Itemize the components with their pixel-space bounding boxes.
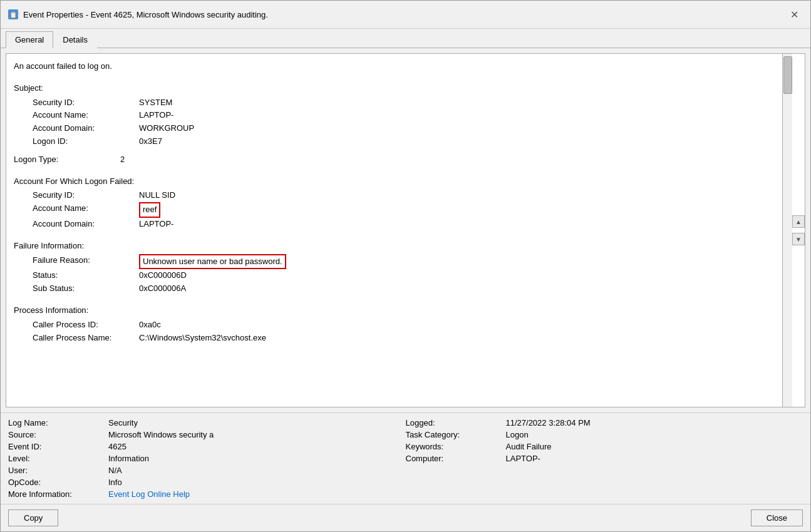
failure-substatus-value: 0xC000006A xyxy=(139,282,186,295)
failure-status-value: 0xC000006D xyxy=(139,269,187,282)
subject-account-domain-value: WORKGROUP xyxy=(139,122,194,135)
failed-security-id-label: Security ID: xyxy=(33,189,139,202)
event-log-online-help-link[interactable]: Event Log Online Help xyxy=(108,489,406,499)
caller-pid-label: Caller Process ID: xyxy=(33,319,139,332)
dialog-window: 📋 Event Properties - Event 4625, Microso… xyxy=(0,0,811,532)
computer-value: LAPTOP- xyxy=(506,454,803,463)
subject-label: Subject: xyxy=(14,82,775,95)
subject-security-id-label: Security ID: xyxy=(33,96,139,110)
tab-details[interactable]: Details xyxy=(53,31,97,48)
failure-status-row: Status: 0xC000006D xyxy=(33,269,775,282)
more-info-label: More Information: xyxy=(8,489,108,499)
failure-status-label: Status: xyxy=(33,269,139,282)
level-value: Information xyxy=(108,454,406,463)
tabs-bar: General Details xyxy=(1,29,810,48)
log-name-value: Security xyxy=(108,418,406,427)
subject-account-name-value: LAPTOP- xyxy=(139,109,173,122)
event-detail-box: An account failed to log on. Subject: Se… xyxy=(6,53,805,407)
failed-account-domain-label: Account Domain: xyxy=(33,218,139,231)
computer-label: Computer: xyxy=(406,454,506,463)
level-label: Level: xyxy=(8,454,108,463)
user-value: N/A xyxy=(108,466,406,475)
task-category-value: Logon xyxy=(506,430,803,439)
copy-button[interactable]: Copy xyxy=(8,509,58,526)
failure-substatus-row: Sub Status: 0xC000006A xyxy=(33,282,775,295)
user-label: User: xyxy=(8,466,108,475)
failure-reason-label: Failure Reason: xyxy=(33,254,139,270)
footer: Copy Close xyxy=(1,504,810,531)
process-info-label: Process Information: xyxy=(14,304,775,317)
failure-reason-row: Failure Reason: Unknown user name or bad… xyxy=(33,254,775,270)
nav-down-arrow[interactable]: ▼ xyxy=(792,233,805,245)
source-value: Microsoft Windows security a xyxy=(108,430,406,439)
caller-name-value: C:\Windows\System32\svchost.exe xyxy=(139,332,266,345)
close-window-button[interactable]: ✕ xyxy=(785,6,803,23)
window-title: Event Properties - Event 4625, Microsoft… xyxy=(23,10,268,19)
logon-type-row: Logon Type: 2 xyxy=(14,153,775,166)
subject-account-name-label: Account Name: xyxy=(33,109,139,122)
caller-name-label: Caller Process Name: xyxy=(33,332,139,345)
caller-pid-row: Caller Process ID: 0xa0c xyxy=(33,319,775,332)
subject-security-id-row: Security ID: SYSTEM xyxy=(33,96,775,110)
failure-substatus-label: Sub Status: xyxy=(33,282,139,295)
opcode-value: Info xyxy=(108,478,406,487)
failed-account-name-row: Account Name: reef xyxy=(33,202,775,218)
log-name-label: Log Name: xyxy=(8,418,108,427)
account-failed-label: Account For Which Logon Failed: xyxy=(14,175,775,188)
subject-logon-id-label: Logon ID: xyxy=(33,135,139,148)
tab-general[interactable]: General xyxy=(6,31,53,48)
logged-label: Logged: xyxy=(406,418,506,427)
subject-account-name-row: Account Name: LAPTOP- xyxy=(33,109,775,122)
failure-reason-value: Unknown user name or bad password. xyxy=(139,254,286,270)
caller-name-row: Caller Process Name: C:\Windows\System32… xyxy=(33,332,775,345)
caller-pid-value: 0xa0c xyxy=(139,319,161,332)
logon-type-label: Logon Type: xyxy=(14,153,120,166)
failed-security-id-row: Security ID: NULL SID xyxy=(33,189,775,202)
subject-logon-id-value: 0x3E7 xyxy=(139,135,162,148)
subject-account-domain-label: Account Domain: xyxy=(33,122,139,135)
event-id-label: Event ID: xyxy=(8,442,108,451)
event-id-value: 4625 xyxy=(108,442,406,451)
title-bar: 📋 Event Properties - Event 4625, Microso… xyxy=(1,1,810,29)
nav-up-arrow[interactable]: ▲ xyxy=(792,215,805,228)
nav-arrows: ▲ ▼ xyxy=(792,54,805,407)
content-area: An account failed to log on. Subject: Se… xyxy=(1,48,810,412)
failed-account-domain-row: Account Domain: LAPTOP- xyxy=(33,218,775,231)
scroll-thumb[interactable] xyxy=(783,56,792,94)
event-text-content: An account failed to log on. Subject: Se… xyxy=(6,54,782,407)
keywords-label: Keywords: xyxy=(406,442,506,451)
failed-account-domain-value: LAPTOP- xyxy=(139,218,173,231)
logon-type-value: 2 xyxy=(120,153,125,166)
keywords-value: Audit Failure xyxy=(506,442,803,451)
subject-security-id-value: SYSTEM xyxy=(139,96,172,110)
subject-account-domain-row: Account Domain: WORKGROUP xyxy=(33,122,775,135)
title-bar-left: 📋 Event Properties - Event 4625, Microso… xyxy=(8,9,268,19)
close-button[interactable]: Close xyxy=(751,509,803,526)
metadata-section: Log Name: Security Logged: 11/27/2022 3:… xyxy=(1,412,810,504)
failed-account-name-label: Account Name: xyxy=(33,202,139,218)
failure-info-label: Failure Information: xyxy=(14,240,775,253)
logged-value: 11/27/2022 3:28:04 PM xyxy=(506,418,803,427)
opcode-label: OpCode: xyxy=(8,478,108,487)
failed-security-id-value: NULL SID xyxy=(139,189,175,202)
scrollbar[interactable] xyxy=(782,54,792,407)
subject-logon-id-row: Logon ID: 0x3E7 xyxy=(33,135,775,148)
window-icon: 📋 xyxy=(8,9,18,19)
intro-line: An account failed to log on. xyxy=(14,60,775,73)
source-label: Source: xyxy=(8,430,108,439)
task-category-label: Task Category: xyxy=(406,430,506,439)
failed-account-name-value: reef xyxy=(139,202,160,218)
